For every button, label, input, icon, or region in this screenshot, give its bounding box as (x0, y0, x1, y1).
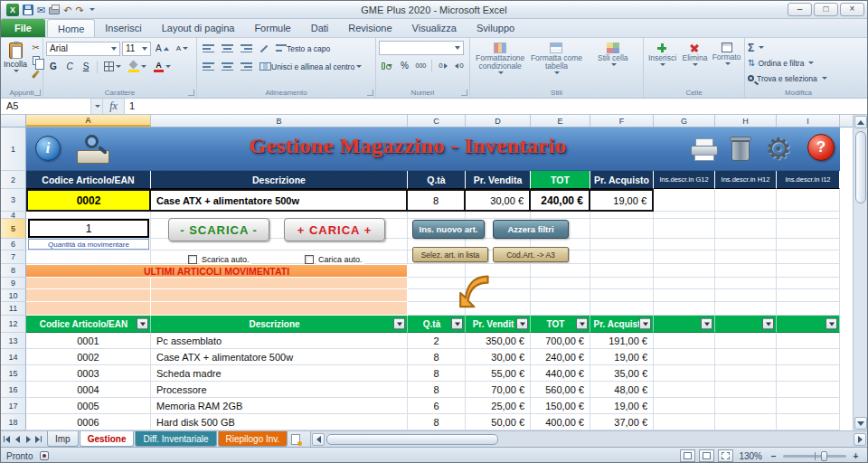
cell[interactable] (654, 278, 715, 289)
cell-buy-price[interactable]: 191,00 € (590, 333, 654, 349)
cell[interactable] (654, 365, 715, 382)
cell[interactable] (590, 250, 654, 264)
cell[interactable] (654, 382, 715, 398)
row-header[interactable]: 2 (1, 171, 26, 189)
selected-article-sell-price[interactable]: 30,00 € (466, 189, 531, 212)
cell[interactable] (777, 212, 840, 219)
page-layout-view-button[interactable] (699, 449, 714, 462)
sheet-tab-riepilogo[interactable]: Riepilogo Inv. (218, 431, 288, 447)
bold-button[interactable]: G (46, 59, 61, 74)
header-qta[interactable]: Q.tà (408, 171, 466, 189)
italic-button[interactable]: C (62, 59, 77, 74)
cell[interactable] (654, 189, 715, 212)
cell[interactable] (654, 398, 715, 414)
column-header-e[interactable]: E (531, 115, 590, 127)
cell-qty[interactable]: 8 (408, 349, 466, 365)
row-header[interactable]: 10 (1, 289, 26, 302)
row-header[interactable]: 12 (1, 316, 26, 333)
shrink-font-button[interactable]: A (174, 41, 191, 56)
macro-record-icon[interactable] (40, 451, 49, 460)
conditional-formatting-button[interactable]: Formattazione condizionale (473, 41, 527, 74)
insert-new-article-button[interactable]: Ins. nuovo art. (412, 220, 485, 239)
filter-button[interactable] (826, 318, 837, 330)
prev-sheet-button[interactable] (12, 431, 23, 447)
zoom-in-button[interactable]: + (850, 451, 862, 461)
cell-description[interactable]: Processore (151, 382, 408, 398)
carica-button[interactable]: + CARICA + (284, 218, 385, 241)
find-select-button[interactable]: Trova e seleziona (748, 71, 849, 85)
cell[interactable] (715, 239, 777, 250)
insert-worksheet-button[interactable] (288, 431, 303, 447)
dialog-launcher-icon[interactable] (367, 90, 373, 96)
font-name-select[interactable]: Arial (46, 42, 120, 56)
filter-button[interactable] (701, 318, 712, 330)
cell-total[interactable]: 240,00 € (531, 349, 590, 365)
cell[interactable] (151, 278, 408, 289)
cut-icon[interactable]: ✂ (29, 41, 42, 53)
search-catalog-icon[interactable] (77, 135, 111, 164)
cell[interactable] (777, 349, 840, 365)
cell[interactable] (777, 382, 840, 398)
tab-revisione[interactable]: Revisione (338, 19, 401, 37)
zoom-out-button[interactable]: – (768, 451, 779, 461)
cell-code[interactable]: 0005 (26, 398, 151, 414)
cell[interactable] (777, 398, 840, 414)
sheet-tab-imp[interactable]: Imp (47, 431, 79, 447)
tab-file[interactable]: File (1, 19, 45, 37)
row-header[interactable]: 1 (1, 128, 26, 171)
column-header-b[interactable]: B (151, 115, 408, 127)
undo-icon[interactable]: ↶ (63, 4, 71, 16)
scroll-up-button[interactable] (854, 116, 867, 128)
cell[interactable] (715, 250, 777, 264)
cell-total[interactable]: 440,00 € (531, 365, 590, 382)
cell-qty[interactable]: 8 (408, 414, 466, 430)
header-pr-acquisto[interactable]: Pr. Acquisto (590, 171, 654, 189)
number-format-select[interactable] (379, 41, 464, 55)
filter-button[interactable] (393, 318, 405, 330)
align-left-button[interactable] (200, 59, 217, 74)
increase-decimal-button[interactable]: 0 (436, 58, 450, 73)
zoom-level[interactable]: 130% (739, 451, 762, 461)
tab-sviluppo[interactable]: Sviluppo (467, 19, 524, 37)
cell-code[interactable]: 0006 (26, 414, 151, 430)
row-header[interactable]: 3 (1, 189, 26, 212)
filter-button[interactable] (516, 318, 528, 330)
vertical-scrollbar[interactable] (853, 115, 867, 430)
name-box[interactable]: A5 (1, 99, 91, 114)
sheet-tab-gestione[interactable]: Gestione (80, 431, 135, 447)
font-size-select[interactable]: 11 (122, 42, 151, 56)
cell[interactable] (715, 349, 777, 365)
help-icon[interactable]: ? (807, 134, 835, 161)
formula-input[interactable]: 1 (125, 99, 867, 114)
cell-buy-price[interactable]: 37,00 € (590, 414, 654, 430)
merge-center-button[interactable]: Unisci e allinea al centro (257, 59, 364, 74)
next-sheet-button[interactable] (23, 431, 33, 447)
cell-qty[interactable]: 8 (408, 382, 466, 398)
autosum-button[interactable]: Σ (748, 41, 849, 54)
horizontal-scrollbar[interactable] (310, 431, 867, 447)
sort-filter-button[interactable]: ⇅ Ordina e filtra (748, 56, 849, 70)
sheet-tab-diff-inventariale[interactable]: Diff. Inventariale (135, 431, 216, 447)
row-header[interactable]: 15 (1, 365, 26, 382)
cell[interactable] (654, 219, 715, 239)
scroll-down-button[interactable] (854, 417, 867, 430)
cell[interactable] (654, 349, 715, 365)
cell[interactable] (408, 289, 466, 302)
settings-gear-icon[interactable]: ⚙ (760, 131, 797, 167)
cell-qty[interactable]: 2 (408, 333, 466, 349)
align-bottom-button[interactable] (238, 41, 255, 56)
header-ins-h12[interactable]: Ins.descr.in H12 (715, 171, 777, 189)
excel-logo-icon[interactable]: X (6, 4, 19, 16)
insert-cells-button[interactable]: Inserisci (646, 41, 678, 66)
cell[interactable] (715, 212, 777, 219)
trash-icon[interactable] (730, 137, 751, 162)
format-cells-button[interactable]: Formato (712, 41, 741, 65)
cell-description[interactable]: Pc assemblato (151, 333, 408, 349)
cell[interactable] (531, 264, 590, 278)
info-icon[interactable]: i (35, 136, 61, 161)
cell-buy-price[interactable]: 19,00 € (590, 349, 654, 365)
selected-article-buy-price[interactable]: 19,00 € (590, 189, 654, 212)
header-codice[interactable]: Codice Articolo/EAN (26, 171, 151, 189)
maximize-button[interactable]: □ (814, 3, 838, 16)
cell-total[interactable]: 560,00 € (531, 382, 590, 398)
